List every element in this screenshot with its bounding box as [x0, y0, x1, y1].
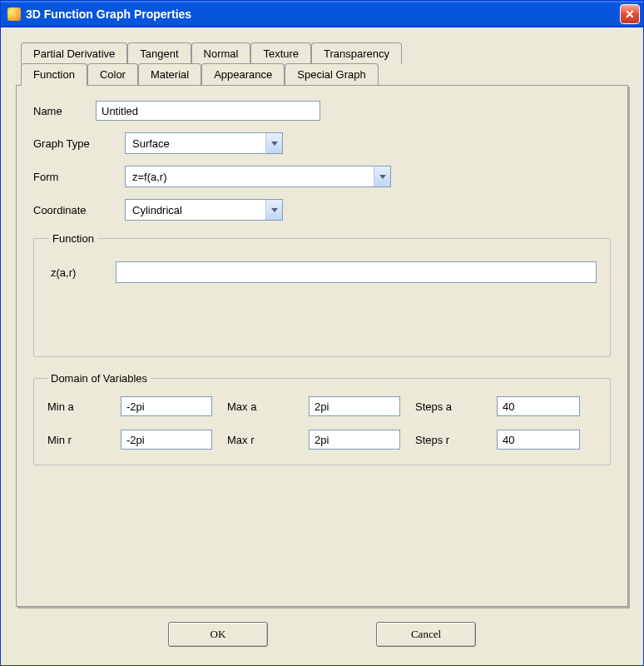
- coordinate-value: Cylindrical: [126, 204, 265, 216]
- tab-tangent[interactable]: Tangent: [127, 42, 191, 64]
- row-coordinate: Coordinate Cylindrical: [33, 199, 611, 221]
- label-z: z(a,r): [47, 266, 106, 279]
- min-r-input[interactable]: [121, 430, 212, 450]
- row-form: Form z=f(a,r): [33, 166, 611, 187]
- tab-special-graph[interactable]: Special Graph: [285, 63, 378, 85]
- label-steps-a: Steps a: [415, 400, 482, 413]
- label-coordinate: Coordinate: [33, 204, 125, 216]
- row-graph-type: Graph Type Surface: [33, 132, 611, 154]
- chevron-down-icon: [374, 166, 390, 186]
- steps-r-input[interactable]: [497, 430, 580, 450]
- dialog-buttons: OK Cancel: [16, 607, 628, 655]
- ok-button[interactable]: OK: [168, 622, 268, 647]
- tab-row-front: Function Color Material Appearance Speci…: [16, 63, 628, 85]
- chevron-down-icon: [265, 200, 282, 220]
- tab-partial-derivative[interactable]: Partial Derivative: [21, 42, 127, 64]
- chevron-down-icon: [265, 133, 282, 153]
- form-value: z=f(a,r): [126, 171, 374, 183]
- tab-transparency[interactable]: Transparency: [311, 42, 402, 64]
- row-name: Name: [33, 101, 611, 121]
- label-min-r: Min r: [47, 434, 106, 446]
- tab-material[interactable]: Material: [138, 63, 201, 85]
- tab-normal[interactable]: Normal: [191, 42, 251, 64]
- tab-appearance[interactable]: Appearance: [201, 63, 285, 85]
- coordinate-select[interactable]: Cylindrical: [125, 199, 283, 221]
- min-a-input[interactable]: [121, 396, 212, 416]
- row-z-expr: z(a,r): [47, 261, 597, 283]
- tab-row-back: Partial Derivative Tangent Normal Textur…: [16, 42, 628, 64]
- max-r-input[interactable]: [309, 430, 400, 450]
- tab-strip: Partial Derivative Tangent Normal Textur…: [16, 42, 628, 85]
- label-min-a: Min a: [47, 400, 106, 413]
- window-title: 3D Function Graph Properties: [26, 7, 620, 21]
- domain-group-legend: Domain of Variables: [47, 372, 151, 385]
- label-steps-r: Steps r: [415, 434, 482, 446]
- close-icon: ✕: [625, 7, 635, 21]
- domain-group: Domain of Variables Min a Max a Steps a …: [33, 372, 611, 465]
- app-icon: [7, 7, 21, 21]
- close-button[interactable]: ✕: [620, 4, 640, 24]
- label-max-a: Max a: [227, 400, 294, 413]
- content-area: Partial Derivative Tangent Normal Textur…: [1, 27, 643, 665]
- label-max-r: Max r: [227, 434, 294, 446]
- tab-color[interactable]: Color: [87, 63, 138, 85]
- cancel-button[interactable]: Cancel: [376, 622, 476, 647]
- name-input[interactable]: [96, 101, 320, 121]
- titlebar: 3D Function Graph Properties ✕: [1, 1, 643, 27]
- form-select[interactable]: z=f(a,r): [125, 166, 391, 187]
- dialog-window: 3D Function Graph Properties ✕ Partial D…: [0, 0, 644, 666]
- function-group-legend: Function: [49, 232, 97, 245]
- tab-texture[interactable]: Texture: [250, 42, 311, 64]
- graph-type-select[interactable]: Surface: [125, 132, 283, 154]
- label-form: Form: [33, 171, 125, 183]
- steps-a-input[interactable]: [497, 396, 580, 416]
- graph-type-value: Surface: [126, 137, 265, 150]
- z-expression-input[interactable]: [116, 261, 597, 283]
- label-name: Name: [33, 105, 96, 117]
- label-graph-type: Graph Type: [33, 137, 125, 150]
- tab-function[interactable]: Function: [21, 63, 87, 86]
- max-a-input[interactable]: [309, 396, 400, 416]
- function-group: Function z(a,r): [33, 232, 611, 357]
- domain-grid: Min a Max a Steps a Min r Max r Steps r: [47, 396, 597, 450]
- tab-panel-function: Name Graph Type Surface Form z=f(a,r) Co…: [16, 85, 628, 607]
